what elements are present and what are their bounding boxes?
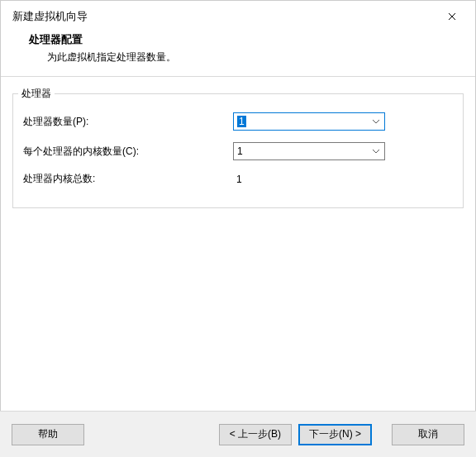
processors-value: 1 [237, 116, 246, 127]
processors-label: 处理器数量(P): [23, 115, 233, 129]
total-cores-row: 处理器内核总数: 1 [23, 172, 453, 186]
close-button[interactable] [439, 7, 465, 26]
page-title: 处理器配置 [29, 32, 447, 47]
groupbox-legend: 处理器 [18, 87, 55, 101]
close-icon [448, 12, 456, 21]
processors-dropdown[interactable]: 1 [233, 112, 385, 131]
cores-row: 每个处理器的内核数量(C): 1 [23, 142, 453, 160]
titlebar: 新建虚拟机向导 [1, 1, 475, 31]
next-button[interactable]: 下一步(N) > [298, 424, 372, 445]
processors-groupbox: 处理器 处理器数量(P): 1 每个处理器的内核数量(C): 1 处理器内核总数… [12, 93, 464, 208]
window-title: 新建虚拟机向导 [12, 9, 88, 24]
chevron-down-icon [371, 120, 381, 124]
chevron-down-icon [371, 150, 381, 154]
wizard-content: 处理器 处理器数量(P): 1 每个处理器的内核数量(C): 1 处理器内核总数… [1, 77, 475, 407]
cores-label: 每个处理器的内核数量(C): [23, 145, 233, 159]
cores-value: 1 [237, 145, 243, 157]
wizard-footer: 帮助 < 上一步(B) 下一步(N) > 取消 [0, 411, 476, 457]
wizard-header: 处理器配置 为此虚拟机指定处理器数量。 [1, 31, 475, 77]
page-subtitle: 为此虚拟机指定处理器数量。 [29, 50, 447, 64]
cancel-button[interactable]: 取消 [392, 424, 464, 445]
help-button[interactable]: 帮助 [12, 424, 84, 445]
processors-row: 处理器数量(P): 1 [23, 112, 453, 131]
total-cores-label: 处理器内核总数: [23, 172, 233, 186]
total-cores-value: 1 [233, 174, 242, 185]
cores-dropdown[interactable]: 1 [233, 142, 385, 160]
back-button[interactable]: < 上一步(B) [219, 424, 292, 445]
